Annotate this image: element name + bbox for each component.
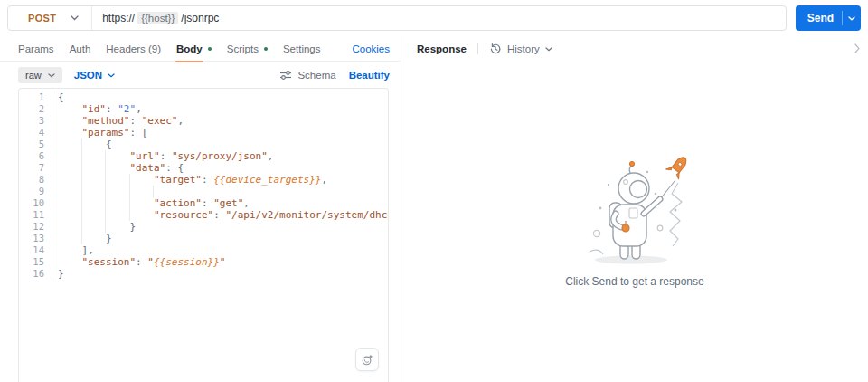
chevron-down-icon [71,15,79,21]
history-dropdown[interactable]: History [489,43,552,55]
code-line: 8 "target": {{device_targets}}, [19,174,388,186]
tab-params[interactable]: Params [18,36,54,62]
body-type-label: raw [25,70,42,81]
response-tab[interactable]: Response [417,43,467,54]
tab-body[interactable]: Body [176,36,212,62]
url-prefix: https:// [102,12,135,24]
modified-dot [264,47,268,51]
code-editor[interactable]: 1{2 "id": "2",3 "method": "exec",4 "para… [18,88,389,382]
modified-dot [208,47,212,51]
code-editor-lines: 1{2 "id": "2",3 "method": "exec",4 "para… [19,91,388,280]
body-type-dropdown[interactable]: raw [18,67,62,83]
method-label: POST [28,13,56,24]
chevron-down-icon [848,16,855,21]
tab-scripts[interactable]: Scripts [227,36,268,62]
url-value[interactable]: https:// {{host}} /jsonrpc [92,12,219,24]
language-label: JSON [74,70,102,81]
send-button[interactable]: Send [796,5,861,31]
chevron-right-icon [854,43,860,53]
code-line: 10 "action": "get", [19,197,388,209]
postbot-button[interactable] [355,348,379,371]
tab-headers[interactable]: Headers (9) [106,36,161,62]
chevron-down-icon [48,73,55,78]
empty-response-state: Click Send to get a response [401,152,868,288]
send-label: Send [796,12,842,24]
url-variable-pill: {{host}} [137,12,178,24]
tab-auth[interactable]: Auth [70,36,91,62]
request-bar: POST https:// {{host}} /jsonrpc Send [0,0,868,36]
code-line: 9 [19,186,388,197]
language-dropdown[interactable]: JSON [74,70,115,81]
beautify-link[interactable]: Beautify [349,70,390,81]
history-label: History [507,43,540,54]
sparkle-icon [361,353,374,367]
tab-label: Headers (9) [106,36,161,62]
code-line: 3 "method": "exec", [19,115,388,127]
tab-label: Params [18,36,54,62]
tab-settings[interactable]: Settings [283,36,321,62]
response-header: Response History [401,36,868,62]
tab-label: Body [176,36,203,62]
divider [477,43,478,54]
send-options-caret[interactable] [842,11,861,25]
chevron-down-icon [108,73,115,78]
history-clock-icon [489,43,502,55]
tab-label: Settings [283,36,321,62]
code-line: 15 "session": "{{session}}" [19,256,388,268]
code-line: 11 "resource": "/api/v2/monitor/system/d… [19,209,388,221]
chevron-down-icon [545,47,552,52]
url-suffix: /jsonrpc [181,12,219,24]
schema-toggle[interactable]: Schema [279,70,335,81]
code-line: 14 ], [19,244,388,256]
code-line: 7 "data": { [19,162,388,174]
body-toolbar: raw JSON Schema Beautify [0,62,401,89]
sliders-icon [279,70,292,81]
code-line: 16} [19,268,388,280]
method-selector[interactable]: POST [8,6,91,30]
code-line: 6 "url": "sys/proxy/json", [19,150,388,162]
request-tabs: Params Auth Headers (9) Body Scripts Set… [0,36,401,62]
url-input[interactable]: POST https:// {{host}} /jsonrpc [7,5,787,31]
code-line: 13 } [19,233,388,244]
code-line: 5 { [19,138,388,150]
schema-label: Schema [297,70,335,81]
empty-state-caption: Click Send to get a response [565,275,703,288]
expand-pane-chevron[interactable] [854,43,860,56]
request-panel: Params Auth Headers (9) Body Scripts Set… [0,36,401,382]
tab-label: Scripts [227,36,259,62]
cookies-link[interactable]: Cookies [352,43,390,54]
code-line: 1{ [19,91,388,103]
tab-label: Auth [70,36,91,62]
code-line: 4 "params": [ [19,127,388,138]
code-line: 2 "id": "2", [19,103,388,115]
astronaut-illustration [566,152,703,266]
response-panel: Response History [401,36,868,382]
code-line: 12 } [19,221,388,233]
